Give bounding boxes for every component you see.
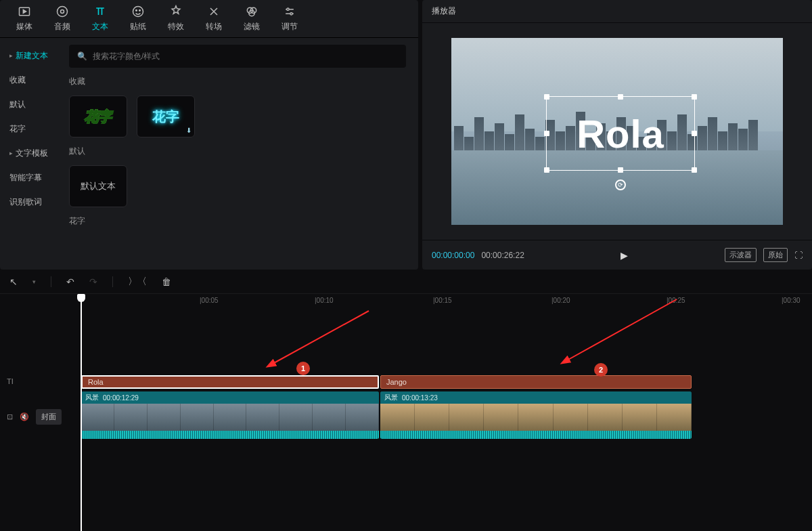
player-controls: 00:00:00:00 00:00:26:22 ▶ 示波器 原始 ⛶	[422, 240, 812, 270]
sidebar-recognize-lyrics[interactable]: 识别歌词	[0, 190, 62, 214]
scope-button[interactable]: 示波器	[725, 248, 757, 262]
sidebar-fav[interactable]: 收藏	[0, 68, 62, 92]
tab-sticker[interactable]: 贴纸	[119, 0, 157, 37]
annotation-marker-2: 2	[594, 363, 608, 377]
cover-button[interactable]: 封面	[36, 409, 62, 425]
video-clip-2[interactable]: 风景00:00:13:23	[380, 391, 692, 439]
undo-icon[interactable]: ↶	[66, 276, 74, 287]
thumb-huazi-2[interactable]: 花字⬇	[137, 95, 195, 137]
svg-point-2	[61, 10, 64, 14]
original-button[interactable]: 原始	[763, 248, 788, 262]
svg-point-1	[58, 7, 68, 17]
video-clip-1[interactable]: 风景00:00:12:29	[81, 391, 379, 439]
svg-point-10	[290, 13, 292, 15]
tab-filter[interactable]: 滤镜	[233, 0, 271, 37]
preview-viewport[interactable]: Rola ⟳	[451, 38, 783, 225]
delete-icon[interactable]: 🗑	[162, 276, 171, 287]
search-icon: 🔍	[77, 51, 87, 61]
video-track: ⊡ 🔇 封面 风景00:00:12:29 风景00:00:13:23	[0, 391, 812, 442]
svg-point-4	[136, 10, 137, 12]
cursor-dropdown-icon[interactable]: ▾	[32, 278, 36, 285]
download-icon[interactable]: ⬇	[186, 127, 191, 134]
top-tabs: 媒体 音频 文本 贴纸 特效 转场 滤镜 调节	[0, 0, 418, 38]
player-panel: 播放器 Rola ⟳ 00:00:00:00 00:00:26:22 ▶	[422, 0, 812, 270]
svg-point-3	[133, 7, 143, 17]
tab-effects[interactable]: 特效	[157, 0, 195, 37]
text-selection-box[interactable]: Rola ⟳	[546, 96, 695, 171]
search-input[interactable]	[93, 51, 398, 61]
tab-adjust[interactable]: 调节	[271, 0, 309, 37]
text-track: TI Rola Jango	[0, 371, 812, 391]
play-button[interactable]: ▶	[621, 250, 628, 261]
rotate-handle[interactable]: ⟳	[615, 179, 626, 190]
thumb-huazi-1[interactable]: 花字	[69, 95, 127, 137]
section-default: 默认	[69, 146, 406, 157]
fullscreen-icon[interactable]: ⛶	[794, 251, 803, 260]
timeline-panel: ↖ ▾ ↶ ↷ 〉〈 🗑 |00:05 |00:10 |00:15 |00:20…	[0, 270, 812, 527]
text-sidebar: ▸新建文本 收藏 默认 花字 ▸文字模板 智能字幕 识别歌词	[0, 38, 62, 270]
redo-icon[interactable]: ↷	[89, 276, 97, 287]
sidebar-text-template[interactable]: ▸文字模板	[0, 141, 62, 165]
tab-transition[interactable]: 转场	[195, 0, 233, 37]
search-box[interactable]: 🔍	[69, 45, 406, 68]
player-title: 播放器	[422, 0, 812, 23]
cursor-tool-icon[interactable]: ↖	[9, 276, 18, 287]
lock-icon[interactable]: ⊡	[7, 412, 13, 421]
sidebar-huazi[interactable]: 花字	[0, 116, 62, 141]
text-clip-1[interactable]: Rola	[81, 375, 379, 389]
asset-panel: 媒体 音频 文本 贴纸 特效 转场 滤镜 调节 ▸新建文本 收藏 默认 花字 ▸…	[0, 0, 418, 270]
asset-content: 🔍 收藏 花字 花字⬇ 默认 默认文本 花字	[62, 38, 418, 270]
tab-audio[interactable]: 音频	[43, 0, 81, 37]
tab-text[interactable]: 文本	[81, 0, 119, 37]
timeline-toolbar: ↖ ▾ ↶ ↷ 〉〈 🗑	[0, 270, 812, 294]
tab-media[interactable]: 媒体	[5, 0, 43, 37]
section-fav: 收藏	[69, 76, 406, 87]
annotation-marker-1: 1	[296, 362, 310, 375]
section-huazi: 花字	[69, 215, 406, 227]
timecode-duration: 00:00:26:22	[481, 251, 524, 260]
svg-point-9	[287, 8, 289, 10]
thumb-default-text[interactable]: 默认文本	[69, 165, 127, 207]
mute-icon[interactable]: 🔇	[20, 412, 29, 421]
text-track-icon: TI	[7, 377, 14, 385]
overlay-text: Rola	[547, 97, 694, 170]
sidebar-new-text[interactable]: ▸新建文本	[0, 43, 62, 68]
split-icon[interactable]: 〉〈	[128, 276, 147, 288]
sidebar-smart-subtitle[interactable]: 智能字幕	[0, 165, 62, 190]
text-clip-2[interactable]: Jango	[380, 375, 692, 389]
timecode-current: 00:00:00:00	[432, 251, 474, 260]
sidebar-default[interactable]: 默认	[0, 92, 62, 116]
svg-point-5	[139, 10, 141, 12]
time-ruler[interactable]: |00:05 |00:10 |00:15 |00:20 |00:25 |00:3…	[0, 294, 812, 310]
